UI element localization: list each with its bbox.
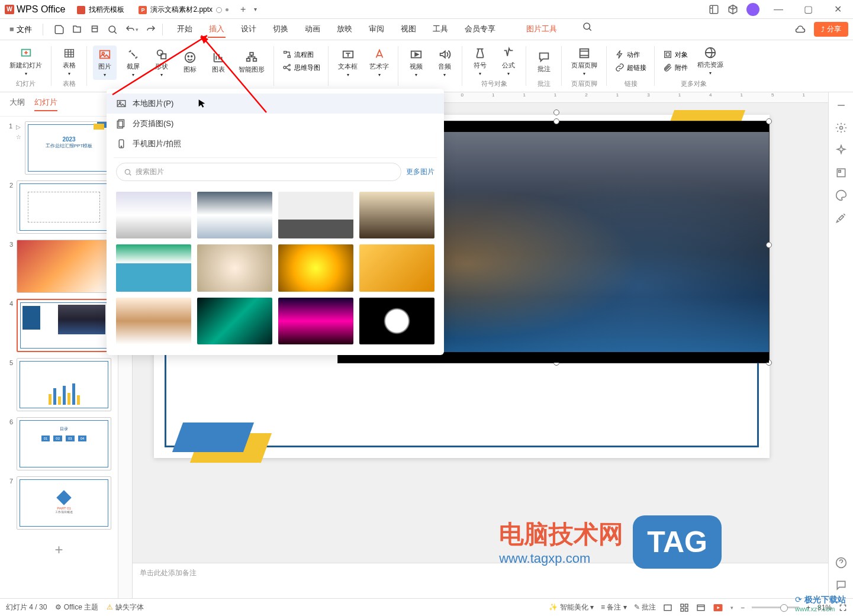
symbol-button[interactable]: 符号▾ (468, 44, 492, 79)
chart-button[interactable]: 图表 (207, 49, 230, 76)
beautify-button[interactable]: ✨ 智能美化 ▾ (549, 602, 594, 612)
menu-tab-review[interactable]: 审阅 (368, 21, 385, 38)
feedback-icon[interactable] (835, 579, 847, 591)
sparkle-icon[interactable] (835, 144, 847, 156)
slide-thumb-5[interactable] (17, 358, 111, 411)
new-tab-button[interactable]: + (236, 4, 250, 15)
menu-tab-tools[interactable]: 工具 (432, 21, 449, 38)
zoom-out-button[interactable]: − (741, 604, 745, 612)
reading-view-icon[interactable] (696, 603, 706, 612)
theme-indicator[interactable]: ⚙ Office 主题 (55, 602, 98, 612)
tab-templates[interactable]: 找稻壳模板 (71, 2, 130, 18)
notes-toggle[interactable]: ≡ 备注 ▾ (601, 602, 627, 612)
help-icon[interactable] (835, 557, 847, 569)
print-icon[interactable] (89, 24, 100, 35)
header-footer-button[interactable]: 页眉页脚▾ (568, 44, 601, 79)
screenshot-button[interactable]: 截屏▾ (121, 46, 145, 80)
settings-icon[interactable] (835, 122, 847, 134)
search-icon[interactable] (582, 21, 593, 32)
minus-icon[interactable] (835, 99, 847, 111)
stock-image-thumb[interactable] (197, 298, 272, 344)
palette-icon[interactable] (835, 189, 847, 201)
stock-image-thumb[interactable] (278, 244, 353, 291)
menu-tab-design[interactable]: 设计 (240, 21, 257, 38)
audio-button[interactable]: 音频▾ (433, 46, 456, 80)
cube-icon[interactable] (728, 4, 738, 15)
comments-toggle[interactable]: ✎ 批注 (634, 602, 656, 612)
slideshow-icon[interactable] (713, 602, 723, 613)
preview-icon[interactable] (107, 24, 118, 35)
notes-area[interactable]: 单击此处添加备注 (133, 563, 828, 598)
menu-tab-member[interactable]: 会员专享 (463, 21, 497, 38)
save-icon[interactable] (54, 24, 65, 35)
smartart-button[interactable]: 智能图形 (235, 49, 268, 76)
template-icon[interactable] (835, 167, 847, 179)
minimize-button[interactable]: — (768, 1, 789, 18)
redo-icon[interactable] (146, 24, 156, 35)
menu-tab-transition[interactable]: 切换 (272, 21, 289, 38)
stock-image-thumb[interactable] (359, 298, 434, 344)
mindmap-button[interactable]: 思维导图 (280, 62, 323, 73)
open-icon[interactable] (72, 24, 82, 35)
stock-image-thumb[interactable] (278, 298, 353, 344)
image-search-input[interactable]: 搜索图片 (116, 163, 401, 181)
page-insert-option[interactable]: 分页插图(S) (107, 114, 444, 134)
rotate-handle[interactable] (553, 109, 559, 115)
file-menu[interactable]: ≡ 文件 (5, 24, 37, 35)
docer-resources-button[interactable]: 稻壳资源▾ (694, 44, 727, 78)
stock-image-thumb[interactable] (116, 192, 191, 238)
zoom-slider[interactable] (752, 607, 799, 608)
phone-picture-option[interactable]: 手机图片/拍照 (107, 134, 444, 154)
layout-icon[interactable] (709, 4, 719, 15)
shapes-button[interactable]: 形状▾ (150, 46, 173, 80)
maximize-button[interactable]: ▢ (797, 1, 819, 18)
slide-thumb-7[interactable]: PART 01工作项目概述 (17, 476, 111, 530)
object-button[interactable]: 对象 (661, 49, 690, 60)
slide-thumb-6[interactable]: 目录01020304 (17, 417, 111, 470)
comment-button[interactable]: 批注 (532, 48, 556, 76)
hyperlink-button[interactable]: 超链接 (613, 62, 649, 73)
stock-image-thumb[interactable] (116, 298, 191, 344)
textbox-button[interactable]: 文本框▾ (334, 46, 361, 80)
add-slide-button[interactable]: + (54, 541, 63, 558)
tab-document[interactable]: P 演示文稿素材2.pptx (133, 2, 234, 18)
stock-image-thumb[interactable] (197, 192, 272, 238)
sorter-view-icon[interactable] (680, 603, 689, 612)
tools-icon[interactable] (835, 212, 847, 224)
share-button[interactable]: ⤴ 分享 (814, 22, 848, 37)
tab-list-dropdown[interactable]: ▾ (250, 6, 260, 12)
menu-tab-view[interactable]: 视图 (400, 21, 417, 38)
video-button[interactable]: 视频▾ (404, 46, 428, 80)
slide-thumb-1[interactable]: 2023工作总结汇报PPT模板 (25, 121, 113, 175)
stock-image-thumb[interactable] (197, 244, 272, 291)
stock-image-thumb[interactable] (278, 192, 353, 238)
table-button[interactable]: 表格▾ (57, 44, 81, 79)
close-button[interactable]: ✕ (827, 1, 848, 18)
action-button[interactable]: 动作 (613, 49, 649, 60)
new-slide-button[interactable]: 新建幻灯片▾ (6, 44, 46, 79)
undo-icon[interactable] (125, 24, 136, 35)
more-images-link[interactable]: 更多图片 (406, 167, 434, 177)
picture-button[interactable]: 图片▾ (93, 46, 117, 80)
menu-tab-picture-tools[interactable]: 图片工具 (525, 21, 558, 38)
menu-tab-insert[interactable]: 插入 (208, 21, 226, 38)
menu-tab-animation[interactable]: 动画 (304, 21, 321, 38)
attachment-button[interactable]: 附件 (661, 62, 690, 73)
slides-tab[interactable]: 幻灯片 (34, 97, 57, 111)
icons-button[interactable]: 图标 (178, 49, 202, 76)
missing-font-warning[interactable]: ⚠ 缺失字体 (107, 602, 143, 612)
wordart-button[interactable]: 艺术字▾ (366, 46, 392, 80)
cloud-icon[interactable] (795, 24, 806, 35)
outline-tab[interactable]: 大纲 (9, 97, 25, 111)
equation-button[interactable]: 公式▾ (497, 44, 520, 79)
normal-view-icon[interactable] (663, 603, 672, 612)
slide-thumb-2[interactable] (17, 180, 111, 234)
user-avatar[interactable] (746, 3, 759, 16)
menu-tab-slideshow[interactable]: 放映 (336, 21, 353, 38)
stock-image-thumb[interactable] (359, 192, 434, 238)
slide-thumb-4[interactable] (17, 299, 111, 352)
flowchart-button[interactable]: 流程图 (280, 49, 323, 60)
menu-tab-start[interactable]: 开始 (176, 21, 194, 38)
stock-image-thumb[interactable] (359, 244, 434, 291)
local-picture-option[interactable]: 本地图片(P) (107, 93, 444, 114)
